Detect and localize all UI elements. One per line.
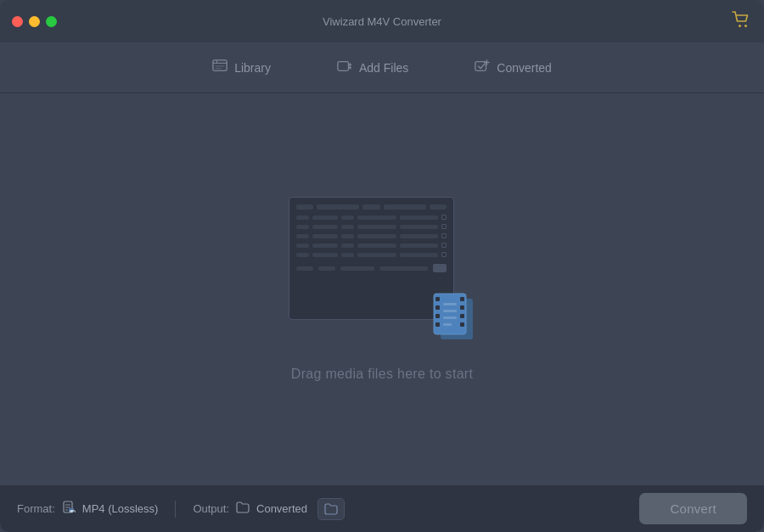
nav-bar: Library Add Files <box>0 42 764 93</box>
output-folder-icon <box>236 501 250 516</box>
drag-text: Drag media files here to start <box>291 367 473 382</box>
svg-rect-25 <box>443 310 457 312</box>
format-label: Format: <box>17 502 55 515</box>
film-icon <box>429 290 475 341</box>
title-bar: Viwizard M4V Converter <box>0 0 764 42</box>
minimize-button[interactable] <box>29 16 40 27</box>
svg-rect-21 <box>460 305 464 310</box>
svg-rect-22 <box>460 314 464 318</box>
add-files-icon <box>337 59 352 77</box>
svg-rect-19 <box>435 322 440 327</box>
converted-icon <box>475 59 490 77</box>
cart-icon[interactable] <box>732 11 750 32</box>
svg-rect-16 <box>435 297 440 301</box>
format-icon: MP4 <box>62 501 76 517</box>
close-button[interactable] <box>12 16 23 27</box>
svg-rect-23 <box>460 322 464 327</box>
maximize-button[interactable] <box>46 16 57 27</box>
traffic-lights <box>12 16 57 27</box>
format-section: Format: MP4 MP4 (Lossless) <box>17 501 158 517</box>
main-content: Drag media files here to start <box>0 93 764 485</box>
svg-text:MP4: MP4 <box>70 509 76 513</box>
library-label: Library <box>234 61 271 75</box>
nav-item-add-files[interactable]: Add Files <box>325 52 420 84</box>
svg-rect-7 <box>338 61 349 70</box>
output-label: Output: <box>193 502 229 515</box>
library-icon <box>212 59 228 77</box>
svg-rect-11 <box>475 61 486 70</box>
add-files-label: Add Files <box>359 61 408 75</box>
output-value: Converted <box>256 502 307 515</box>
convert-button[interactable]: Convert <box>639 493 747 524</box>
separator <box>175 501 176 518</box>
svg-rect-26 <box>443 316 457 319</box>
svg-rect-2 <box>213 59 227 70</box>
svg-rect-17 <box>435 305 440 310</box>
app-window: Viwizard M4V Converter Library <box>0 0 764 532</box>
browse-folder-button[interactable] <box>317 498 345 520</box>
svg-point-1 <box>744 25 747 27</box>
svg-point-0 <box>739 25 741 27</box>
svg-rect-27 <box>443 323 452 326</box>
svg-rect-18 <box>435 314 440 318</box>
format-value: MP4 (Lossless) <box>82 502 159 515</box>
bottom-bar: Format: MP4 MP4 (Lossless) Output: <box>0 485 764 532</box>
output-section: Output: Converted <box>193 501 307 516</box>
nav-item-library[interactable]: Library <box>200 52 283 84</box>
nav-item-converted[interactable]: Converted <box>463 52 564 84</box>
drop-illustration <box>289 197 475 341</box>
app-title: Viwizard M4V Converter <box>323 15 441 28</box>
converted-label: Converted <box>497 61 552 75</box>
svg-rect-20 <box>460 297 464 301</box>
svg-rect-24 <box>443 303 457 305</box>
